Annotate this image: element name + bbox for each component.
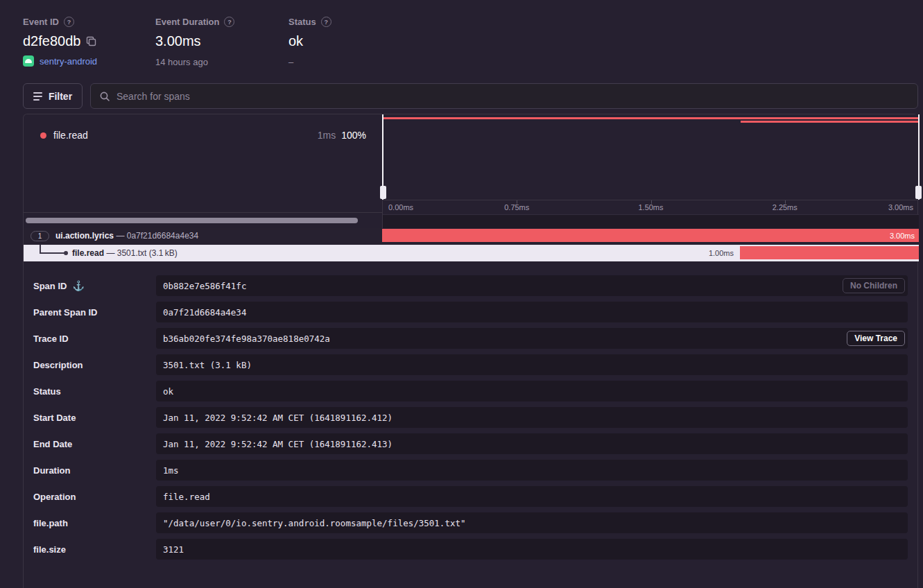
time-ruler: 0.00ms 0.75ms 1.50ms 2.25ms 3.00ms [383,200,919,214]
ruler-label: 2.25ms [773,203,797,211]
minimap-span-bar [383,117,919,119]
detail-value[interactable]: 0a7f21d6684a4e34 [156,302,908,322]
detail-row-end-date: End Date Jan 11, 2022 9:52:42 AM CET (16… [33,433,908,454]
span-description-suffix: — 3501.txt (3.1 kB) [106,248,177,258]
span-op: ui.action.lyrics [55,231,114,241]
ruler-label: 0.00ms [388,203,413,211]
filter-icon [33,92,42,101]
span-bar-duration: 3.00ms [890,232,915,240]
event-id-label: Event ID [23,17,59,27]
detail-row-operation: Operation file.read [33,486,908,507]
detail-label: Start Date [33,413,76,423]
detail-value-text: Jan 11, 2022 9:52:42 AM CET (1641891162.… [163,439,393,449]
detail-value[interactable]: Jan 11, 2022 9:52:42 AM CET (1641891162.… [156,407,908,428]
event-duration-value: 3.00ms [155,33,201,49]
detail-value-text: 0a7f21d6684a4e34 [163,307,246,318]
detail-label: Operation [33,492,76,502]
detail-value-text: file.read [163,492,210,502]
event-duration-label: Event Duration [155,17,219,27]
detail-row-span-id: Span ID ⚓ 0b882e7e586f41fc No Children [33,275,908,296]
detail-value-text: 3121 [163,544,184,555]
detail-value[interactable]: b36ab020fe374fe98a370ae818e0742a View Tr… [156,328,908,349]
detail-row-description: Description 3501.txt (3.1 kB) [33,354,908,375]
detail-row-status: Status ok [33,381,908,401]
span-duration-bar[interactable] [740,246,919,259]
help-icon[interactable]: ? [64,17,74,27]
detail-label: file.path [33,518,68,528]
event-id-value: d2fe80db [23,33,80,49]
detail-label: End Date [33,439,72,449]
span-duration-bar[interactable]: 3.00ms [382,229,919,242]
filter-button-label: Filter [49,91,72,102]
horizontal-scrollbar-track[interactable] [24,212,382,228]
op-percent: 100% [341,130,366,141]
detail-value[interactable]: ok [156,381,908,401]
no-children-button[interactable]: No Children [843,278,905,293]
event-id-column: Event ID ? d2fe80db sentry-android [23,17,97,67]
op-breakdown-row[interactable]: file.read 1ms100% [24,114,382,212]
search-input[interactable] [117,91,909,102]
status-label: Status [288,17,316,27]
detail-value[interactable]: 3501.txt (3.1 kB) [156,354,908,375]
detail-value-text: 3501.txt (3.1 kB) [163,360,252,370]
detail-value[interactable]: "/data/user/0/io.sentry.android.roomsamp… [156,512,908,533]
ruler-label: 3.00ms [888,203,913,211]
status-column: Status ? ok – [288,17,331,67]
anchor-icon[interactable]: ⚓ [72,280,84,291]
span-id-suffix: — 0a7f21d6684a4e34 [116,231,198,241]
detail-value-text: ok [163,386,173,397]
span-row-parent[interactable]: 1 ui.action.lyrics — 0a7f21d6684a4e34 3.… [24,228,919,245]
detail-value[interactable]: file.read [156,486,908,507]
tree-connector-dot [64,251,68,255]
detail-value-text: 1ms [163,465,179,476]
ruler-label: 1.50ms [638,203,663,211]
event-duration-column: Event Duration ? 3.00ms 14 hours ago [155,17,234,67]
span-op: file.read [72,248,104,258]
detail-label: Duration [33,465,70,476]
trace-view: file.read 1ms100% 0.00ms 0.75ms 1.50ms 2… [23,114,918,588]
detail-value[interactable]: 1ms [156,460,908,481]
minimap-left-grip[interactable] [380,186,386,199]
detail-row-parent-span-id: Parent Span ID 0a7f21d6684a4e34 [33,302,908,322]
ruler-label: 0.75ms [504,203,529,211]
detail-value-text: b36ab020fe374fe98a370ae818e0742a [163,334,330,344]
child-count-pill[interactable]: 1 [31,231,49,241]
detail-value-text: "/data/user/0/io.sentry.android.roomsamp… [163,518,466,528]
op-name: file.read [53,130,88,141]
detail-value-text: Jan 11, 2022 9:52:42 AM CET (1641891162.… [163,413,393,423]
span-search [90,83,918,109]
android-platform-icon [23,55,34,67]
timeline-gutter [383,214,919,228]
filter-button[interactable]: Filter [23,83,83,109]
search-icon [99,91,110,102]
detail-label: Parent Span ID [33,307,97,318]
copy-icon[interactable] [86,36,96,46]
detail-label: Description [33,360,83,370]
view-trace-button[interactable]: View Trace [847,331,905,346]
detail-value[interactable]: Jan 11, 2022 9:52:42 AM CET (1641891162.… [156,433,908,454]
detail-value[interactable]: 3121 [156,539,908,560]
project-link-label: sentry-android [40,56,97,67]
detail-value[interactable]: 0b882e7e586f41fc No Children [156,275,908,296]
detail-label: Span ID [33,281,67,291]
minimap-span-bar [741,121,919,123]
detail-label: Trace ID [33,334,69,344]
detail-label: file.size [33,544,66,555]
status-sub: – [288,57,331,67]
minimap-right-grip[interactable] [915,186,922,199]
horizontal-scrollbar-thumb[interactable] [26,218,358,223]
event-age: 14 hours ago [155,57,234,67]
op-duration: 1ms [318,130,336,141]
detail-value-text: 0b882e7e586f41fc [163,281,246,291]
detail-label: Status [33,386,61,397]
help-icon[interactable]: ? [321,17,331,27]
help-icon[interactable]: ? [224,17,234,27]
trace-minimap[interactable] [383,114,919,200]
op-color-dot [40,132,46,139]
project-link[interactable]: sentry-android [23,55,97,67]
span-row-selected[interactable]: file.read — 3501.txt (3.1 kB) 1.00ms [24,245,919,261]
detail-row-file-path: file.path "/data/user/0/io.sentry.androi… [33,512,908,533]
detail-row-start-date: Start Date Jan 11, 2022 9:52:42 AM CET (… [33,407,908,428]
status-value: ok [288,33,303,49]
detail-row-file-size: file.size 3121 [33,539,908,560]
